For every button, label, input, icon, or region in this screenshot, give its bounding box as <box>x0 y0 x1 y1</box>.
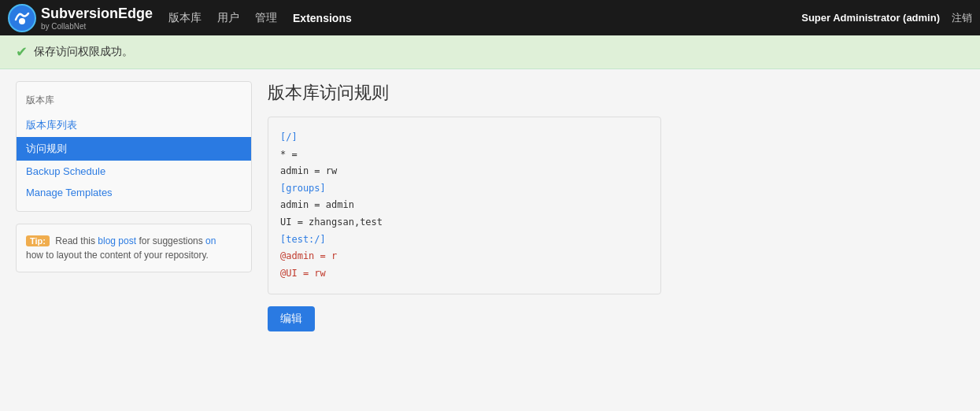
main-nav: 版本库 用户 管理 Extensions <box>168 11 801 25</box>
page-title: 版本库访问规则 <box>268 81 964 105</box>
header-right: Super Administrator (admin) 注销 <box>801 11 972 25</box>
sidebar-section: 版本库 版本库列表 访问规则 Backup Schedule Manage Te… <box>16 81 252 212</box>
tip-text-before: Read this <box>55 235 98 246</box>
logout-button[interactable]: 注销 <box>952 11 972 25</box>
success-banner: ✔ 保存访问权限成功。 <box>0 35 980 69</box>
code-box: [/] * = admin = rw [groups] admin = admi… <box>268 117 661 294</box>
code-line-2: * = <box>280 146 649 164</box>
success-icon: ✔ <box>16 43 28 61</box>
sidebar: 版本库 版本库列表 访问规则 Backup Schedule Manage Te… <box>16 81 252 331</box>
tip-box: Tip: Read this blog post for suggestions… <box>16 224 252 272</box>
sidebar-item-access-rules[interactable]: 访问规则 <box>17 137 251 161</box>
nav-item-admin[interactable]: 管理 <box>255 11 277 25</box>
code-line-8: @admin = r <box>280 248 649 265</box>
code-line-6: UI = zhangsan,test <box>280 214 649 231</box>
success-text: 保存访问权限成功。 <box>34 45 133 59</box>
logo-sub: by CollabNet <box>41 22 153 31</box>
code-line-3: admin = rw <box>280 163 649 180</box>
content-area: 版本库访问规则 [/] * = admin = rw [groups] admi… <box>268 81 964 331</box>
code-line-5: admin = admin <box>280 197 649 214</box>
header: SubversionEdge by CollabNet 版本库 用户 管理 Ex… <box>0 0 980 35</box>
tip-blog-link[interactable]: blog post <box>98 235 136 246</box>
code-line-4: [groups] <box>280 180 649 198</box>
edit-button[interactable]: 编辑 <box>268 306 315 331</box>
admin-label: Super Administrator (admin) <box>801 12 940 24</box>
code-line-7: [test:/] <box>280 231 649 249</box>
logo-main: SubversionEdge <box>41 6 153 22</box>
nav-item-repository[interactable]: 版本库 <box>168 11 202 25</box>
svg-point-1 <box>19 18 25 24</box>
logo-area: SubversionEdge by CollabNet <box>8 4 153 32</box>
nav-item-extensions[interactable]: Extensions <box>293 12 352 24</box>
sidebar-item-manage-templates[interactable]: Manage Templates <box>17 182 251 203</box>
tip-text-middle: for suggestions <box>139 235 205 246</box>
code-line-1: [/] <box>280 129 649 146</box>
sidebar-item-repo-list[interactable]: 版本库列表 <box>17 113 251 137</box>
tip-text-after: how to layout the content of your reposi… <box>26 250 209 261</box>
tip-on-link[interactable]: on <box>205 235 216 246</box>
logo-text: SubversionEdge by CollabNet <box>41 6 153 31</box>
main-layout: 版本库 版本库列表 访问规则 Backup Schedule Manage Te… <box>0 69 980 343</box>
logo-icon <box>8 4 36 32</box>
sidebar-section-title: 版本库 <box>17 90 251 113</box>
tip-label: Tip: <box>26 235 50 246</box>
code-line-9: @UI = rw <box>280 265 649 283</box>
sidebar-item-backup[interactable]: Backup Schedule <box>17 161 251 182</box>
nav-item-users[interactable]: 用户 <box>217 11 239 25</box>
